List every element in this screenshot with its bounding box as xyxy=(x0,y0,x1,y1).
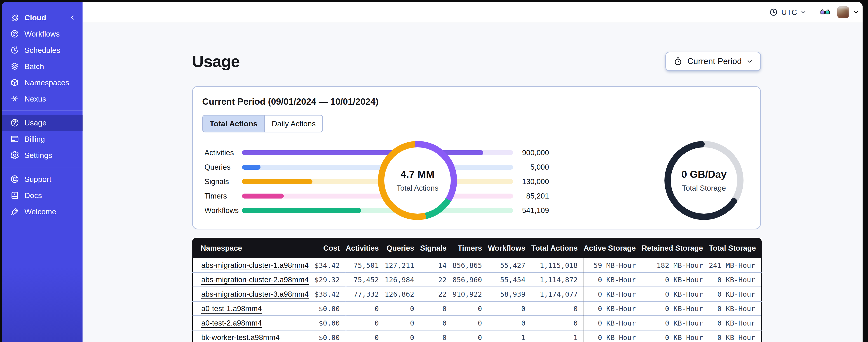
namespace-link[interactable]: a0-test-1.a98mm4 xyxy=(201,304,262,313)
timezone-label: UTC xyxy=(781,8,797,17)
cell-timers: 0 xyxy=(453,331,488,342)
glasses-icon[interactable] xyxy=(820,7,831,18)
cell-retained-storage: 182 MB-Hour xyxy=(642,258,709,273)
namespace-link[interactable]: abs-migration-cluster-1.a98mm4 xyxy=(201,261,309,269)
sidebar-item-usage[interactable]: Usage xyxy=(2,114,83,131)
cell-workflows: 58,939 xyxy=(488,287,531,302)
cell-timers: 856,865 xyxy=(453,258,488,273)
sidebar-item-label: Batch xyxy=(24,62,44,71)
chevron-down-icon xyxy=(800,9,807,15)
sidebar: CloudWorkflowsSchedulesBatchNamespacesNe… xyxy=(2,2,83,342)
cell-queries: 0 xyxy=(385,331,420,342)
lifebuoy-icon xyxy=(10,174,20,184)
cell-cost: $0.00 xyxy=(314,316,346,331)
sidebar-item-label: Docs xyxy=(24,191,42,200)
donut-cap xyxy=(731,198,737,204)
cell-queries: 126,862 xyxy=(385,287,420,302)
cell-retained-storage: 0 KB-Hour xyxy=(642,287,709,302)
sidebar-item-namespaces[interactable]: Namespaces xyxy=(2,74,83,91)
bar-value: 85,201 xyxy=(513,192,549,200)
namespace-link[interactable]: a0-test-2.a98mm4 xyxy=(201,319,262,327)
cell-cost: $29.32 xyxy=(314,273,346,287)
cell-namespace: abs-migration-cluster-3.a98mm4 xyxy=(192,287,314,302)
cell-active-storage: 0 KB-Hour xyxy=(584,273,642,287)
sidebar-item-docs[interactable]: Docs xyxy=(2,187,83,204)
nexus-icon xyxy=(10,94,20,104)
donut-label: Total Actions xyxy=(397,184,438,193)
cell-timers: 910,922 xyxy=(453,287,488,302)
bar-track xyxy=(242,208,513,213)
namespace-link[interactable]: abs-migration-cluster-2.a98mm4 xyxy=(201,275,309,284)
donut-value: 4.7 MM xyxy=(401,169,434,180)
cell-signals: 22 xyxy=(420,273,452,287)
total-actions-donut: 4.7 MMTotal Actions xyxy=(378,141,457,220)
sidebar-item-billing[interactable]: Billing xyxy=(2,131,83,147)
bar-fill xyxy=(242,208,361,213)
table-row: abs-migration-cluster-2.a98mm4$29.3275,4… xyxy=(192,273,762,287)
cell-namespace: a0-test-2.a98mm4 xyxy=(192,316,314,331)
cell-workflows: 0 xyxy=(488,302,531,316)
donut-value: 0 GB/Day xyxy=(681,169,726,180)
cell-queries: 127,211 xyxy=(385,258,420,273)
cell-workflows: 55,454 xyxy=(488,273,531,287)
sidebar-item-batch[interactable]: Batch xyxy=(2,58,83,74)
timezone-selector[interactable]: UTC xyxy=(766,5,810,19)
sidebar-item-label: Namespaces xyxy=(24,78,69,87)
sidebar-item-nexus[interactable]: Nexus xyxy=(2,91,83,107)
main-content: Usage Current Period Current Period (09/… xyxy=(83,24,863,342)
tab-total-actions[interactable]: Total Actions xyxy=(203,115,264,132)
cell-cost: $34.42 xyxy=(314,258,346,273)
bar-fill xyxy=(242,165,260,170)
schedules-icon xyxy=(10,45,20,55)
cell-activities: 0 xyxy=(346,316,385,331)
sidebar-item-cloud[interactable]: Cloud xyxy=(2,9,83,26)
namespace-usage-table: NamespaceCostActivitiesQueriesSignalsTim… xyxy=(192,238,762,342)
cell-total-actions: 1,174,077 xyxy=(531,287,584,302)
usage-summary-card: Current Period (09/01/2024 — 10/01/2024)… xyxy=(192,86,761,230)
cell-activities: 0 xyxy=(346,302,385,316)
avatar xyxy=(837,6,849,18)
cell-activities: 75,452 xyxy=(346,273,385,287)
column-header-queries: Queries xyxy=(385,238,420,258)
bar-track xyxy=(242,150,513,155)
sidebar-item-support[interactable]: Support xyxy=(2,171,83,187)
sidebar-item-label: Schedules xyxy=(24,46,60,55)
sidebar-item-workflows[interactable]: Workflows xyxy=(2,26,83,42)
cell-total-actions: 1,115,018 xyxy=(531,258,584,273)
cell-workflows: 1 xyxy=(488,331,531,342)
cell-total-storage: 0 KB-Hour xyxy=(709,287,762,302)
cell-total-actions: 0 xyxy=(531,316,584,331)
cell-signals: 0 xyxy=(420,331,452,342)
cell-total-storage: 0 KB-Hour xyxy=(709,316,762,331)
page-title: Usage xyxy=(192,52,240,71)
sidebar-item-welcome[interactable]: Welcome xyxy=(2,204,83,220)
namespace-link[interactable]: abs-migration-cluster-3.a98mm4 xyxy=(201,290,309,298)
period-selector-button[interactable]: Current Period xyxy=(665,52,761,71)
bar-fill xyxy=(242,194,284,199)
cell-active-storage: 0 KB-Hour xyxy=(584,287,642,302)
cell-total-actions: 0 xyxy=(531,302,584,316)
table-row: abs-migration-cluster-3.a98mm4$38.4277,3… xyxy=(192,287,762,302)
cell-retained-storage: 0 KB-Hour xyxy=(642,302,709,316)
cell-queries: 126,984 xyxy=(385,273,420,287)
sidebar-item-label: Support xyxy=(24,175,51,184)
collapse-sidebar-icon[interactable] xyxy=(69,14,76,21)
column-header-active-storage: Active Storage xyxy=(584,238,642,258)
sidebar-item-schedules[interactable]: Schedules xyxy=(2,42,83,58)
rocket-icon xyxy=(10,207,20,216)
donut-center: 0 GB/DayTotal Storage xyxy=(671,147,737,214)
sidebar-item-settings[interactable]: Settings xyxy=(2,147,83,163)
account-menu[interactable] xyxy=(837,6,859,18)
sidebar-item-label: Workflows xyxy=(24,30,60,38)
cell-cost: $38.42 xyxy=(314,287,346,302)
cell-namespace: bk-worker-test.a98mm4 xyxy=(192,331,314,342)
namespaces-icon xyxy=(10,78,20,87)
cell-signals: 0 xyxy=(420,316,452,331)
tab-daily-actions[interactable]: Daily Actions xyxy=(264,115,322,132)
sidebar-item-label: Billing xyxy=(24,135,45,143)
donut-cap xyxy=(698,141,705,147)
bar-label: Signals xyxy=(205,177,242,186)
cell-active-storage: 0 KB-Hour xyxy=(584,302,642,316)
cell-retained-storage: 0 KB-Hour xyxy=(642,316,709,331)
namespace-link[interactable]: bk-worker-test.a98mm4 xyxy=(201,333,280,342)
